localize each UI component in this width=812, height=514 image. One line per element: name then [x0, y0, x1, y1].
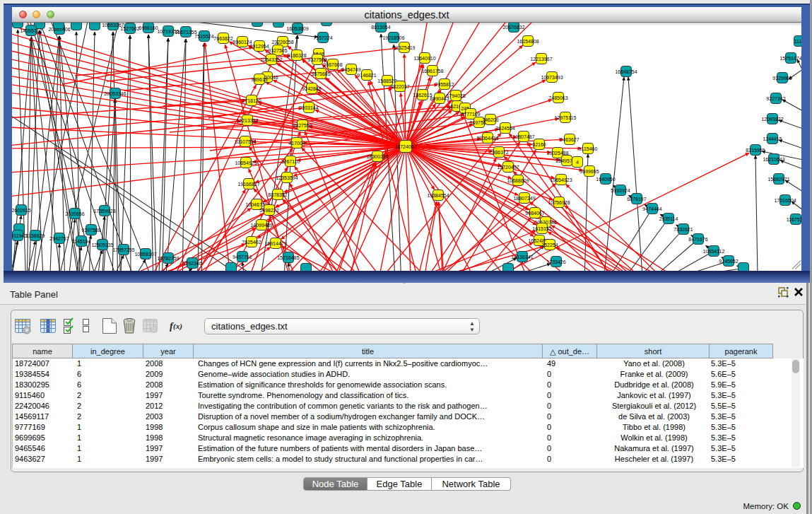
svg-text:8454749: 8454749 — [341, 67, 360, 72]
svg-text:17359928: 17359928 — [93, 209, 115, 214]
svg-text:13640910: 13640910 — [413, 56, 435, 61]
svg-text:17016504: 17016504 — [774, 198, 796, 203]
svg-text:10025488: 10025488 — [546, 151, 568, 156]
svg-text:9474444: 9474444 — [642, 206, 661, 211]
svg-text:8427552: 8427552 — [293, 123, 312, 128]
svg-text:18300295: 18300295 — [366, 154, 388, 159]
svg-text:9777109: 9777109 — [461, 112, 480, 117]
svg-text:4: 4 — [576, 160, 579, 165]
svg-text:12505135: 12505135 — [91, 243, 113, 247]
svg-text:9327508: 9327508 — [307, 57, 326, 62]
svg-text:8878352: 8878352 — [268, 192, 287, 197]
svg-text:20364436: 20364436 — [476, 136, 498, 141]
svg-text:7625402: 7625402 — [242, 240, 261, 245]
svg-text:2942757: 2942757 — [49, 236, 69, 241]
svg-text:16210643: 16210643 — [763, 157, 784, 162]
svg-text:1167533: 1167533 — [787, 217, 801, 222]
svg-text:3822037: 3822037 — [390, 84, 409, 89]
svg-text:9329966: 9329966 — [772, 76, 792, 81]
svg-text:2803144: 2803144 — [299, 105, 318, 110]
svg-text:7986372: 7986372 — [489, 150, 508, 155]
svg-text:7485063: 7485063 — [548, 95, 567, 100]
svg-text:989613: 989613 — [251, 77, 267, 82]
svg-text:12975115: 12975115 — [555, 115, 577, 120]
svg-text:20053346: 20053346 — [104, 91, 126, 96]
svg-text:9699695: 9699695 — [579, 169, 599, 174]
svg-text:10107554: 10107554 — [234, 139, 256, 144]
svg-text:9227342: 9227342 — [766, 96, 785, 101]
svg-text:1733426: 1733426 — [546, 259, 565, 264]
svg-text:15692971: 15692971 — [767, 177, 789, 182]
svg-text:10958107: 10958107 — [134, 252, 156, 257]
svg-text:19384554: 19384554 — [427, 193, 449, 198]
svg-text:14055712: 14055712 — [20, 28, 42, 33]
svg-text:16961758: 16961758 — [421, 69, 443, 74]
svg-text:7357224: 7357224 — [313, 35, 332, 40]
svg-text:9146821: 9146821 — [357, 73, 376, 78]
svg-text:5933924: 5933924 — [611, 188, 630, 193]
svg-text:16914479: 16914479 — [264, 241, 286, 246]
svg-text:12213967: 12213967 — [530, 57, 552, 62]
svg-text:7515524: 7515524 — [194, 34, 213, 39]
svg-text:15720407: 15720407 — [497, 165, 519, 170]
svg-text:19218506: 19218506 — [382, 35, 404, 40]
svg-text:12353594: 12353594 — [276, 175, 298, 180]
svg-text:3267110: 3267110 — [281, 159, 300, 164]
svg-text:12093822: 12093822 — [761, 117, 783, 122]
svg-text:7955812: 7955812 — [435, 82, 454, 87]
svg-text:18724007: 18724007 — [394, 144, 416, 149]
svg-text:417004: 417004 — [288, 141, 305, 146]
svg-text:1615152: 1615152 — [532, 226, 551, 231]
svg-text:1292346: 1292346 — [182, 261, 201, 266]
svg-text:10654112: 10654112 — [703, 249, 725, 254]
svg-text:1588520: 1588520 — [377, 78, 396, 83]
svg-text:3911943: 3911943 — [12, 233, 27, 238]
svg-text:19166827: 19166827 — [237, 182, 259, 187]
svg-text:2718120: 2718120 — [242, 98, 261, 103]
svg-text:19654923: 19654923 — [550, 177, 572, 182]
svg-text:14099489: 14099489 — [250, 223, 272, 228]
svg-text:1112: 1112 — [794, 39, 801, 44]
svg-text:16782759: 16782759 — [157, 256, 179, 261]
svg-text:1244415: 1244415 — [763, 136, 782, 141]
svg-text:2020656: 2020656 — [65, 211, 84, 216]
svg-text:8471676: 8471676 — [688, 237, 707, 242]
svg-text:16648754: 16648754 — [615, 69, 637, 74]
svg-text:9327505: 9327505 — [268, 48, 287, 53]
svg-text:9242848: 9242848 — [302, 86, 321, 91]
svg-text:10756928: 10756928 — [548, 200, 570, 205]
svg-text:10973493: 10973493 — [541, 75, 563, 80]
svg-text:5498222: 5498222 — [259, 208, 278, 213]
svg-text:6794028: 6794028 — [446, 93, 465, 98]
svg-text:2602615: 2602615 — [12, 208, 31, 213]
svg-text:8186328: 8186328 — [287, 53, 306, 58]
svg-text:10543362: 10543362 — [260, 57, 282, 62]
svg-text:7663822: 7663822 — [213, 36, 233, 41]
svg-text:62160: 62160 — [532, 142, 546, 147]
svg-text:746206: 746206 — [482, 117, 498, 122]
svg-text:15716485: 15716485 — [277, 255, 299, 260]
svg-text:1527602: 1527602 — [120, 26, 139, 31]
svg-text:252254: 252254 — [541, 243, 558, 247]
svg-text:16154808: 16154808 — [517, 39, 539, 44]
svg-text:9084067: 9084067 — [525, 211, 544, 216]
svg-text:(x): (x) — [173, 322, 182, 331]
svg-text:1640950: 1640950 — [596, 177, 615, 182]
svg-text:1156829: 1156829 — [26, 233, 45, 238]
svg-text:9115460: 9115460 — [579, 146, 598, 151]
svg-text:8215955: 8215955 — [746, 148, 765, 153]
svg-text:8912954: 8912954 — [249, 44, 269, 49]
svg-text:9245652: 9245652 — [719, 259, 738, 264]
svg-text:1145194: 1145194 — [72, 239, 91, 244]
svg-text:2667608: 2667608 — [323, 62, 342, 67]
svg-text:17957255: 17957255 — [112, 247, 134, 252]
svg-text:9397588: 9397588 — [81, 228, 100, 233]
svg-text:23226058: 23226058 — [271, 40, 293, 45]
svg-text:6879197: 6879197 — [627, 197, 646, 201]
svg-text:10654925: 10654925 — [235, 160, 257, 165]
svg-text:11325419: 11325419 — [394, 45, 416, 50]
svg-text:10807487: 10807487 — [512, 134, 534, 139]
svg-text:18807249: 18807249 — [513, 196, 535, 201]
svg-text:10688609: 10688609 — [507, 178, 529, 183]
svg-text:2935114: 2935114 — [659, 216, 678, 221]
